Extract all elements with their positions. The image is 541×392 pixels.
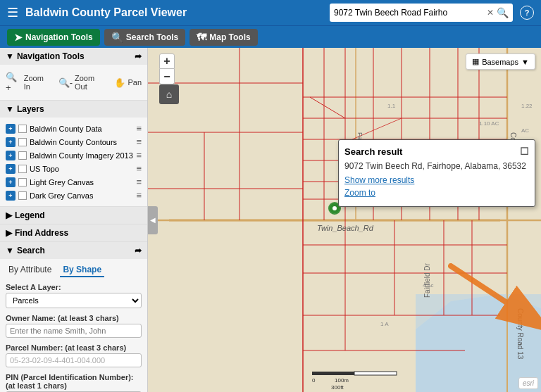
zoom-out-button[interactable]: − [159, 69, 175, 84]
layer-name-4: Light Grey Canvas [30, 178, 133, 186]
layer-menu-5[interactable]: ≡ [136, 190, 142, 201]
help-button[interactable]: ? [520, 6, 534, 20]
pan-tool[interactable]: ✋ Pan [114, 77, 142, 88]
legend-header[interactable]: ▶ Legend [0, 207, 147, 224]
layer-toggle-3[interactable]: + [6, 164, 15, 174]
zoom-in-label: Zoom In [24, 74, 51, 91]
layer-toggle-5[interactable]: + [6, 191, 15, 201]
main-layout: ▼ Navigation Tools ➦ 🔍+ Zoom In 🔍- Zoom … [0, 48, 541, 392]
map-area[interactable]: Fairfield Dr Twin_Beach_Rd County Road C… [148, 48, 541, 392]
nav-tools-button[interactable]: ➤ Navigation Tools [7, 29, 100, 46]
map-tools-icon: 🗺 [197, 32, 206, 43]
layer-checkbox-2[interactable] [18, 151, 27, 160]
svg-rect-52 [312, 372, 354, 375]
layers-header[interactable]: ▼ Layers [0, 101, 147, 118]
search-share-icon: ➦ [135, 246, 142, 255]
find-address-label: Find Address [15, 228, 142, 238]
search-section-header[interactable]: ▼ Search ➦ [0, 242, 147, 259]
layer-item-3: + US Topo ≡ [6, 162, 142, 175]
tab-by-shape[interactable]: By Shape [60, 263, 104, 277]
svg-text:100m: 100m [335, 377, 349, 384]
sidebar: ▼ Navigation Tools ➦ 🔍+ Zoom In 🔍- Zoom … [0, 48, 148, 392]
search-icon[interactable]: 🔍 [497, 7, 509, 18]
popup-close-button[interactable]: ☐ [520, 146, 529, 157]
home-button[interactable]: ⌂ [159, 84, 179, 104]
layer-select[interactable]: Parcels [6, 293, 142, 308]
svg-text:Fairfield Dr: Fairfield Dr [423, 263, 431, 298]
collapse-sidebar-button[interactable]: ◀ [148, 206, 158, 234]
nav-arrow-icon: ▼ [6, 51, 14, 61]
svg-text:Twin_Beach_Rd: Twin_Beach_Rd [317, 224, 374, 232]
menu-icon[interactable]: ☰ [7, 5, 18, 20]
svg-text:4 Ac: 4 Ac [423, 282, 434, 289]
nav-share-icon: ➦ [135, 51, 142, 61]
map-svg: Fairfield Dr Twin_Beach_Rd County Road C… [148, 48, 541, 392]
layer-checkbox-4[interactable] [18, 178, 27, 186]
map-tools-button[interactable]: 🗺 Map Tools [189, 29, 257, 46]
search-section-label: Search [17, 246, 135, 255]
zoom-out-icon: 🔍- [58, 77, 73, 88]
search-tabs: By Attribute By Shape [6, 263, 142, 277]
owner-name-label: Owner Name: (at least 3 chars) [6, 314, 142, 322]
layers-content: + Baldwin County Data ≡ + Baldwin County… [0, 118, 147, 206]
nav-tools-label: Navigation Tools [25, 32, 93, 42]
address-search-input[interactable] [334, 8, 487, 18]
layer-name-2: Baldwin County Imagery 2013 [30, 151, 133, 160]
svg-point-60 [332, 206, 337, 210]
find-address-arrow-icon: ▶ [6, 228, 12, 238]
search-tools-button[interactable]: 🔍 Search Tools [104, 29, 185, 46]
layer-checkbox-1[interactable] [18, 138, 27, 146]
search-arrow-icon: ▼ [6, 246, 14, 255]
zoom-in-icon: 🔍+ [6, 72, 22, 93]
layers-section-label: Layers [17, 104, 142, 114]
zoom-in-button[interactable]: + [159, 53, 175, 69]
header-search-bar: ✕ 🔍 [330, 4, 513, 22]
parcel-number-label: Parcel Number: (at least 3 chars) [6, 343, 142, 352]
layer-name-3: US Topo [30, 165, 133, 173]
app-title: Baldwin County Parcel Viewer [25, 6, 323, 19]
basemap-label: Basemaps [482, 58, 518, 66]
header: ☰ Baldwin County Parcel Viewer ✕ 🔍 ? [0, 0, 541, 25]
layer-checkbox-3[interactable] [18, 165, 27, 173]
layers-arrow-icon: ▼ [6, 104, 14, 114]
show-more-results-link[interactable]: Show more results [344, 175, 529, 185]
esri-badge: esri [518, 377, 538, 389]
nav-tools-header[interactable]: ▼ Navigation Tools ➦ [0, 48, 147, 65]
layer-toggle-2[interactable]: + [6, 151, 15, 160]
search-clear-icon[interactable]: ✕ [487, 8, 494, 18]
layer-checkbox-5[interactable] [18, 191, 27, 200]
zoom-to-link[interactable]: Zoom to [344, 188, 529, 198]
zoom-out-tool[interactable]: 🔍- Zoom Out [58, 74, 108, 91]
popup-header: Search result ☐ [344, 146, 529, 157]
svg-text:County Road 13: County Road 13 [516, 308, 524, 360]
toolbar: ➤ Navigation Tools 🔍 Search Tools 🗺 Map … [0, 25, 541, 48]
layer-menu-1[interactable]: ≡ [136, 137, 142, 147]
basemap-button[interactable]: ▦ Basemaps ▼ [466, 53, 535, 70]
search-tools-icon: 🔍 [111, 32, 123, 43]
tab-by-attribute[interactable]: By Attribute [6, 263, 54, 277]
parcel-number-input[interactable] [6, 353, 142, 367]
layers-section: ▼ Layers + Baldwin County Data ≡ + Baldw… [0, 101, 147, 207]
legend-section-label: Legend [15, 210, 142, 220]
basemap-grid-icon: ▦ [472, 57, 479, 66]
popup-address: 9072 Twin Beech Rd, Fairhope, Alabama, 3… [344, 161, 529, 171]
layer-toggle-0[interactable]: + [6, 124, 15, 134]
layer-toggle-4[interactable]: + [6, 177, 15, 187]
layer-item-1: + Baldwin County Contours ≡ [6, 135, 142, 148]
find-address-header[interactable]: ▶ Find Address [0, 225, 147, 241]
search-result-popup: Search result ☐ 9072 Twin Beech Rd, Fair… [338, 139, 535, 207]
layer-menu-4[interactable]: ≡ [136, 177, 142, 187]
zoom-controls: + − [159, 53, 175, 84]
zoom-in-tool[interactable]: 🔍+ Zoom In [6, 72, 51, 93]
layer-menu-2[interactable]: ≡ [136, 150, 142, 160]
layer-checkbox-0[interactable] [18, 125, 27, 133]
pin-label: PIN (Parcel Identification Number): (at … [6, 373, 142, 390]
find-address-section: ▶ Find Address [0, 225, 147, 242]
layer-item-2: + Baldwin County Imagery 2013 ≡ [6, 148, 142, 162]
layer-item-4: + Light Grey Canvas ≡ [6, 175, 142, 189]
layer-toggle-1[interactable]: + [6, 137, 15, 147]
layer-menu-3[interactable]: ≡ [136, 163, 142, 174]
layer-menu-0[interactable]: ≡ [136, 123, 142, 134]
owner-name-input[interactable] [6, 324, 142, 338]
pan-label: Pan [128, 78, 142, 87]
